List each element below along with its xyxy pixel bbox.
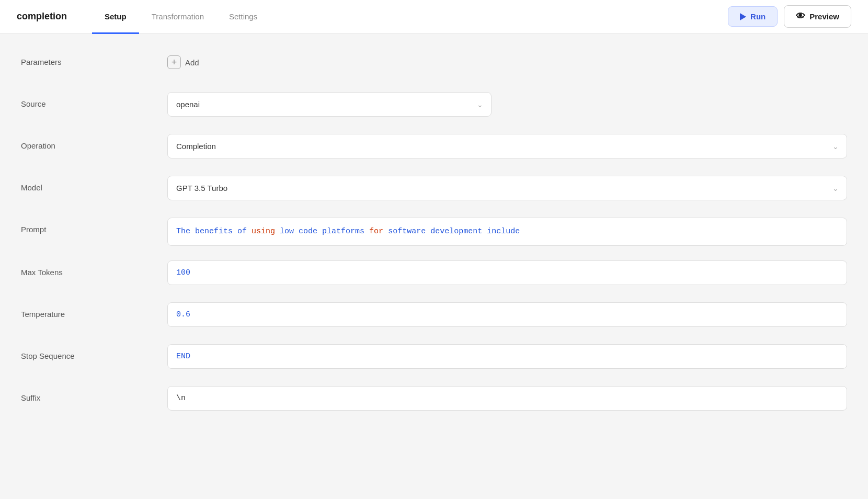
temperature-input[interactable] xyxy=(167,302,847,327)
model-control: GPT 3.5 TurboGPT 4GPT 4 Turbo ⌄ xyxy=(167,176,847,200)
model-select-wrapper: GPT 3.5 TurboGPT 4GPT 4 Turbo ⌄ xyxy=(167,176,847,200)
stop-sequence-control xyxy=(167,344,847,369)
max-tokens-row: Max Tokens xyxy=(21,260,847,288)
parameters-control: + Add xyxy=(167,50,847,74)
eye-icon: 👁 xyxy=(796,11,805,22)
run-label: Run xyxy=(750,12,766,21)
operation-row: Operation CompletionChatEmbedding ⌄ xyxy=(21,134,847,161)
operation-select[interactable]: CompletionChatEmbedding xyxy=(167,134,847,158)
prompt-text: The benefits of using low code platforms… xyxy=(176,225,520,238)
prompt-label: Prompt xyxy=(21,218,167,234)
prompt-row: Prompt The benefits of using low code pl… xyxy=(21,218,847,246)
temperature-control xyxy=(167,302,847,327)
source-row: Source openaianthropiccohere ⌄ xyxy=(21,92,847,119)
parameters-label: Parameters xyxy=(21,50,167,66)
suffix-control xyxy=(167,386,847,411)
app-container: completion Setup Transformation Settings… xyxy=(0,0,868,499)
model-row: Model GPT 3.5 TurboGPT 4GPT 4 Turbo ⌄ xyxy=(21,176,847,203)
max-tokens-label: Max Tokens xyxy=(21,260,167,277)
model-label: Model xyxy=(21,176,167,192)
add-parameter-button[interactable]: + Add xyxy=(167,50,199,74)
tab-transformation[interactable]: Transformation xyxy=(139,1,216,34)
prompt-display[interactable]: The benefits of using low code platforms… xyxy=(167,218,847,246)
model-select[interactable]: GPT 3.5 TurboGPT 4GPT 4 Turbo xyxy=(167,176,847,200)
stop-sequence-input[interactable] xyxy=(167,344,847,369)
stop-sequence-label: Stop Sequence xyxy=(21,344,167,360)
source-select[interactable]: openaianthropiccohere xyxy=(167,92,492,117)
preview-button[interactable]: 👁 Preview xyxy=(784,5,851,28)
main-content: Parameters + Add Source openaianthropicc… xyxy=(0,33,868,445)
plus-icon: + xyxy=(167,55,181,69)
source-select-wrapper: openaianthropiccohere ⌄ xyxy=(167,92,492,117)
add-label: Add xyxy=(185,58,199,67)
header-right: Run 👁 Preview xyxy=(728,5,851,28)
operation-label: Operation xyxy=(21,134,167,150)
preview-label: Preview xyxy=(809,12,839,21)
source-control: openaianthropiccohere ⌄ xyxy=(167,92,847,117)
operation-control: CompletionChatEmbedding ⌄ xyxy=(167,134,847,158)
suffix-row: Suffix xyxy=(21,386,847,413)
parameters-row: Parameters + Add xyxy=(21,50,847,77)
header-left: completion Setup Transformation Settings xyxy=(17,0,270,33)
tab-settings[interactable]: Settings xyxy=(216,1,270,34)
play-icon xyxy=(740,13,746,20)
temperature-label: Temperature xyxy=(21,302,167,319)
temperature-row: Temperature xyxy=(21,302,847,330)
tabs-nav: Setup Transformation Settings xyxy=(92,0,270,33)
max-tokens-control xyxy=(167,260,847,285)
max-tokens-input[interactable] xyxy=(167,260,847,285)
header: completion Setup Transformation Settings… xyxy=(0,0,868,33)
run-button[interactable]: Run xyxy=(728,6,778,27)
tab-setup[interactable]: Setup xyxy=(92,1,139,34)
prompt-control: The benefits of using low code platforms… xyxy=(167,218,847,246)
suffix-input[interactable] xyxy=(167,386,847,411)
app-title: completion xyxy=(17,11,67,22)
stop-sequence-row: Stop Sequence xyxy=(21,344,847,371)
operation-select-wrapper: CompletionChatEmbedding ⌄ xyxy=(167,134,847,158)
source-label: Source xyxy=(21,92,167,108)
suffix-label: Suffix xyxy=(21,386,167,402)
